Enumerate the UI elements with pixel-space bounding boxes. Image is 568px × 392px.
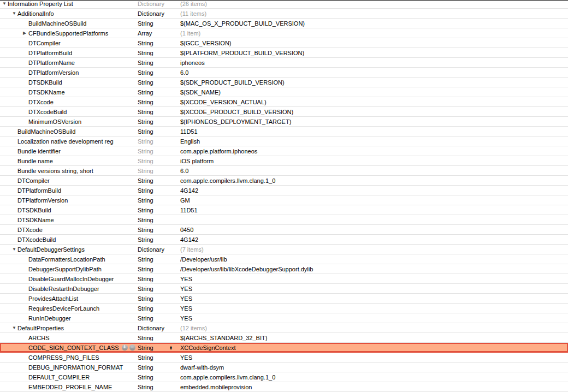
stepper-down-icon[interactable]: ▼ [169,348,173,351]
plist-row[interactable]: Bundle versions string, shortString6.0 [0,166,568,176]
disclosure-down-icon[interactable]: ▼ [2,1,8,7]
type-cell[interactable]: String [138,118,180,125]
plist-row[interactable]: Bundle identifierStringcom.apple.platfor… [0,146,568,156]
key-cell[interactable]: DTXcodeBuild [0,236,138,243]
value-cell[interactable]: 6.0 [180,69,568,76]
key-cell[interactable]: RequiresDeviceForLaunch [0,305,138,312]
value-cell[interactable]: $(XCODE_VERSION_ACTUAL) [180,99,568,105]
value-cell[interactable]: $(MAC_OS_X_PRODUCT_BUILD_VERSION) [180,20,568,27]
type-cell[interactable]: String [138,227,180,233]
key-cell[interactable]: ProvidesAttachList [0,295,138,302]
disclosure-down-icon[interactable]: ▼ [12,247,17,252]
type-cell[interactable]: String [138,276,180,282]
key-cell[interactable]: ▼Information Property List [0,1,138,7]
key-cell[interactable]: ▼DefaultDebuggerSettings [0,246,138,253]
value-cell[interactable]: (7 items) [180,246,568,253]
key-cell[interactable]: DataFormattersLocationPath [0,256,138,263]
type-cell[interactable]: Dictionary [138,1,180,7]
value-cell[interactable]: 6.0 [180,168,568,174]
value-cell[interactable]: 0450 [180,227,568,233]
plist-row[interactable]: MinimumOSVersionString$(IPHONEOS_DEPLOYM… [0,117,568,127]
type-cell[interactable]: String [138,236,180,243]
plist-row[interactable]: DTPlatformBuildString$(PLATFORM_PRODUCT_… [0,48,568,58]
value-cell[interactable]: $(XCODE_PRODUCT_BUILD_VERSION) [180,109,568,115]
plist-row[interactable]: ProvidesAttachListStringYES [0,294,568,304]
key-cell[interactable]: DTXcodeBuild [0,109,138,115]
key-cell[interactable]: BuildMachineOSBuild [0,128,138,135]
value-cell[interactable]: iOS platform [180,158,568,164]
value-cell[interactable]: com.apple.compilers.llvm.clang.1_0 [180,374,568,381]
value-cell[interactable]: com.apple.platform.iphoneos [180,148,568,155]
key-cell[interactable]: DTPlatformName [0,60,138,66]
plist-row[interactable]: ▼DefaultPropertiesDictionary(12 items) [0,323,568,333]
type-cell[interactable]: String [138,256,180,263]
plist-row[interactable]: DTPlatformBuildString4G142 [0,186,568,195]
plist-row[interactable]: Bundle nameStringiOS platform [0,156,568,166]
key-cell[interactable]: MinimumOSVersion [0,118,138,125]
plist-row[interactable]: DTXcodeString$(XCODE_VERSION_ACTUAL) [0,97,568,107]
type-cell[interactable]: String [138,40,180,46]
plist-row[interactable]: DEBUG_INFORMATION_FORMATStringdwarf-with… [0,363,568,372]
key-cell[interactable]: DTSDKBuild [0,207,138,213]
value-cell[interactable]: embedded.mobileprovision [180,384,568,390]
key-cell[interactable]: EMBEDDED_PROFILE_NAME [0,384,138,390]
value-cell[interactable]: (12 items) [180,325,568,331]
plist-row[interactable]: BuildMachineOSBuildString11D51 [0,127,568,136]
value-cell[interactable]: $(IPHONEOS_DEPLOYMENT_TARGET) [180,118,568,125]
type-cell[interactable]: String [138,109,180,115]
type-cell[interactable]: String [138,50,180,56]
key-cell[interactable]: DebuggerSupportDylibPath [0,266,138,272]
key-cell[interactable]: DTPlatformBuild [0,50,138,56]
key-cell[interactable]: RunInDebugger [0,315,138,322]
key-cell[interactable]: DTSDKName [0,217,138,223]
key-cell[interactable]: DTSDKBuild [0,79,138,86]
key-cell[interactable]: DTPlatformVersion [0,69,138,76]
value-cell[interactable]: 11D51 [180,128,568,135]
value-cell[interactable]: English [180,138,568,145]
plist-row[interactable]: BuildMachineOSBuildString$(MAC_OS_X_PROD… [0,19,568,28]
key-cell[interactable]: DTSDKName [0,89,138,96]
type-cell[interactable]: String [138,295,180,302]
type-cell[interactable]: String [138,20,180,27]
plist-row[interactable]: Localization native development regStrin… [0,136,568,146]
type-cell[interactable]: String [138,99,180,105]
disclosure-right-icon[interactable]: ▶ [23,31,28,36]
type-cell[interactable]: String [138,89,180,96]
type-cell[interactable]: String [138,217,180,223]
plist-row[interactable]: DTXcodeBuildString4G142 [0,235,568,245]
key-cell[interactable]: DTPlatformBuild [0,187,138,194]
plist-row[interactable]: DTSDKNameString [0,215,568,225]
key-cell[interactable]: DisableGuardMallocInDebugger [0,276,138,282]
disclosure-down-icon[interactable]: ▼ [12,325,17,331]
add-row-button[interactable]: + [122,345,128,351]
type-cell[interactable]: String [138,207,180,213]
type-cell[interactable]: String [138,364,180,371]
plist-row[interactable]: DTSDKBuildString$(SDK_PRODUCT_BUILD_VERS… [0,78,568,87]
value-cell[interactable]: $(SDK_PRODUCT_BUILD_VERSION) [180,79,568,86]
key-cell[interactable]: DTXcode [0,99,138,105]
plist-row-selected[interactable]: CODE_SIGN_CONTEXT_CLASS+−String▲▼XCCodeS… [0,343,568,353]
plist-row[interactable]: DEFAULT_COMPILERStringcom.apple.compiler… [0,372,568,382]
type-cell[interactable]: String [138,60,180,66]
type-cell[interactable]: String [138,354,180,361]
value-cell[interactable]: YES [180,354,568,361]
key-cell[interactable]: Bundle identifier [0,148,138,155]
value-cell[interactable]: $(GCC_VERSION) [180,40,568,46]
key-cell[interactable]: DEFAULT_COMPILER [0,374,138,381]
value-cell[interactable]: $(SDK_NAME) [180,89,568,96]
plist-row[interactable]: DisableRestartInDebuggerStringYES [0,284,568,294]
value-cell[interactable]: /Developer/usr/lib [180,256,568,263]
plist-row[interactable]: DataFormattersLocationPathString/Develop… [0,254,568,264]
value-cell[interactable]: (11 items) [180,10,568,17]
value-cell[interactable]: 11D51 [180,207,568,213]
type-cell[interactable]: Dictionary [138,246,180,253]
key-cell[interactable]: DTCompiler [0,177,138,184]
type-cell[interactable]: String [138,374,180,381]
key-cell[interactable]: DTCompiler [0,40,138,46]
value-cell[interactable]: YES [180,286,568,292]
plist-row[interactable]: DTXcodeBuildString$(XCODE_PRODUCT_BUILD_… [0,107,568,117]
plist-row[interactable]: ▼DefaultDebuggerSettingsDictionary(7 ite… [0,245,568,254]
value-cell[interactable]: YES [180,295,568,302]
value-cell[interactable]: $(ARCHS_STANDARD_32_BIT) [180,335,568,341]
plist-row[interactable]: RunInDebuggerStringYES [0,313,568,323]
